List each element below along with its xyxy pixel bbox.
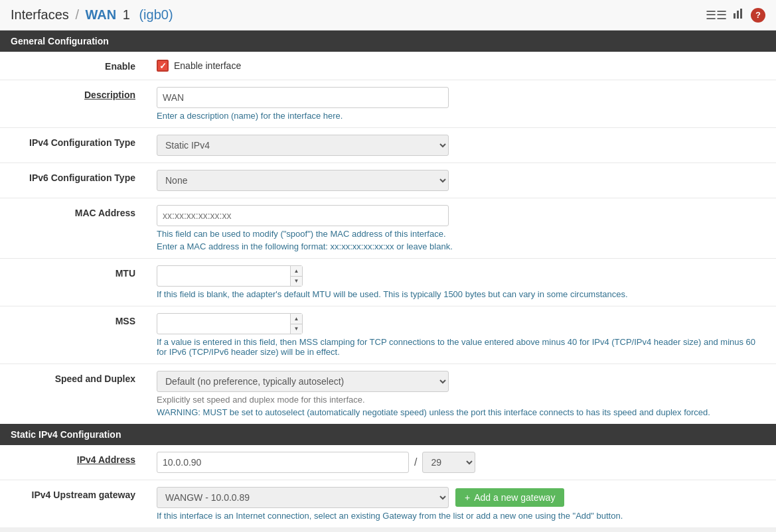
ipv4-type-value-cell: Static IPv4 None DHCP PPPoE	[146, 128, 776, 163]
mss-input[interactable]	[157, 313, 303, 334]
page-title: Interfaces / WAN 1 (igb0)	[11, 7, 173, 23]
svg-rect-2	[740, 9, 742, 19]
breadcrumb-iface: (igb0)	[139, 7, 173, 22]
enable-row: Enable Enable interface	[0, 52, 776, 80]
speed-label: Speed and Duplex	[0, 364, 146, 425]
plus-icon: +	[465, 492, 470, 503]
chart-icon[interactable]	[732, 7, 745, 23]
ipv4-type-row: IPv4 Configuration Type Static IPv4 None…	[0, 128, 776, 163]
mac-value-cell: This field can be used to modify ("spoof…	[146, 198, 776, 259]
enable-checkbox-label: Enable interface	[174, 60, 241, 71]
cidr-select[interactable]: 29 24 28 30 32	[422, 452, 475, 473]
sliders-icon[interactable]: ☰☰	[706, 8, 727, 23]
ipv6-type-label: IPv6 Configuration Type	[0, 163, 146, 198]
mss-label: MSS	[0, 306, 146, 364]
ipv6-type-select[interactable]: None Static IPv6 DHCPv6 SLAAC	[157, 170, 449, 191]
ipv4-address-input[interactable]	[157, 452, 409, 473]
speed-help2: WARNING: MUST be set to autoselect (auto…	[157, 407, 765, 417]
svg-rect-1	[737, 11, 739, 19]
mss-row: MSS ▲ ▼ If a value is entered in this fi…	[0, 306, 776, 364]
description-label: Description	[0, 80, 146, 128]
ipv6-type-value-cell: None Static IPv6 DHCPv6 SLAAC	[146, 163, 776, 198]
gateway-help: If this interface is an Internet connect…	[157, 511, 765, 521]
description-help: Enter a description (name) for the inter…	[157, 111, 765, 121]
mtu-value-cell: ▲ ▼ If this field is blank, the adapter'…	[146, 259, 776, 306]
mac-help1: This field can be used to modify ("spoof…	[157, 229, 765, 239]
mtu-down-btn[interactable]: ▼	[291, 277, 302, 287]
speed-row: Speed and Duplex Default (no preference,…	[0, 364, 776, 425]
mac-help2: Enter a MAC address in the following for…	[157, 241, 765, 251]
mtu-help: If this field is blank, the adapter's de…	[157, 289, 765, 299]
mtu-up-btn[interactable]: ▲	[291, 266, 302, 277]
enable-label: Enable	[0, 52, 146, 80]
enable-value-cell: Enable interface	[146, 52, 776, 80]
description-value-cell: Enter a description (name) for the inter…	[146, 80, 776, 128]
ipv4-address-row: IPv4 Address / 29 24 28 30 32	[0, 445, 776, 480]
mac-row: MAC Address This field can be used to mo…	[0, 198, 776, 259]
mss-value-cell: ▲ ▼ If a value is entered in this field,…	[146, 306, 776, 364]
speed-select[interactable]: Default (no preference, typically autose…	[157, 371, 449, 392]
ipv4-type-select[interactable]: Static IPv4 None DHCP PPPoE	[157, 135, 449, 156]
enable-checkbox[interactable]	[157, 60, 169, 72]
speed-value-cell: Default (no preference, typically autose…	[146, 364, 776, 425]
help-icon[interactable]: ?	[751, 8, 765, 23]
ipv6-type-row: IPv6 Configuration Type None Static IPv6…	[0, 163, 776, 198]
ipv4-type-label: IPv4 Configuration Type	[0, 128, 146, 163]
mss-help: If a value is entered in this field, the…	[157, 337, 765, 357]
mss-up-btn[interactable]: ▲	[291, 314, 302, 324]
gateway-value-cell: WANGW - 10.0.0.89 + Add a new gateway If…	[146, 480, 776, 528]
mtu-input[interactable]	[157, 265, 303, 287]
gateway-row: IPv4 Upstream gateway WANGW - 10.0.0.89 …	[0, 480, 776, 528]
mtu-row: MTU ▲ ▼ If this field is blank, the adap…	[0, 259, 776, 306]
breadcrumb-wan: WAN	[86, 7, 117, 22]
add-gateway-label: Add a new gateway	[474, 492, 555, 503]
gateway-select[interactable]: WANGW - 10.0.0.89	[157, 487, 449, 508]
breadcrumb-sep: /	[75, 7, 79, 22]
page-header: Interfaces / WAN 1 (igb0) ☰☰ ?	[0, 0, 776, 31]
description-input[interactable]	[157, 87, 449, 108]
description-row: Description Enter a description (name) f…	[0, 80, 776, 128]
content: General Configuration Enable Enable inte…	[0, 31, 776, 527]
ipv4-address-label: IPv4 Address	[0, 445, 146, 480]
mtu-label: MTU	[0, 259, 146, 306]
cidr-separator: /	[414, 456, 417, 468]
mac-label: MAC Address	[0, 198, 146, 259]
mac-input[interactable]	[157, 205, 449, 226]
mss-down-btn[interactable]: ▼	[291, 324, 302, 334]
ipv4-address-value-cell: / 29 24 28 30 32	[146, 445, 776, 480]
breadcrumb-interfaces: Interfaces	[11, 7, 69, 22]
header-icons: ☰☰ ?	[706, 7, 765, 23]
svg-rect-0	[734, 13, 736, 19]
speed-help1: Explicitly set speed and duplex mode for…	[157, 395, 765, 405]
general-config-header: General Configuration	[0, 31, 776, 52]
gateway-label: IPv4 Upstream gateway	[0, 480, 146, 528]
add-gateway-button[interactable]: + Add a new gateway	[455, 488, 564, 507]
static-ipv4-header: Static IPv4 Configuration	[0, 424, 776, 445]
breadcrumb-num: 1	[123, 7, 130, 22]
